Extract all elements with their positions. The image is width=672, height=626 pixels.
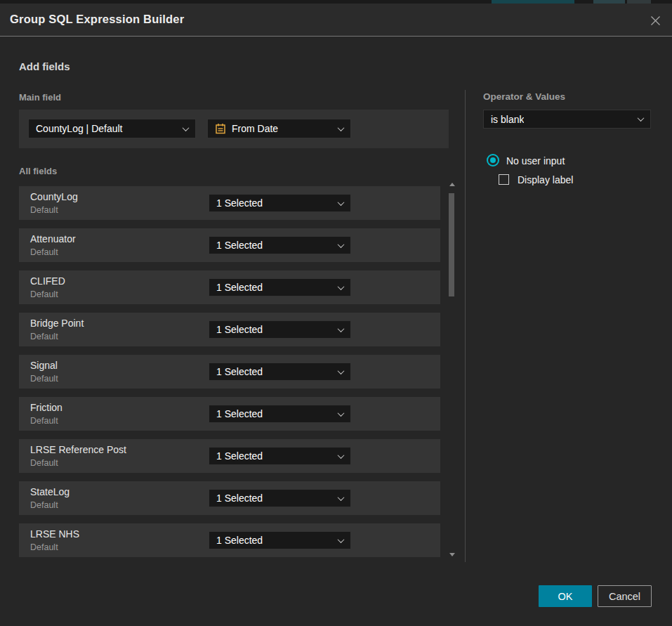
calendar-icon xyxy=(215,123,226,134)
scrollbar-up-arrow-icon[interactable] xyxy=(449,183,455,186)
field-name: Friction xyxy=(30,402,62,413)
field-row: Friction Default 1 Selected xyxy=(19,397,440,431)
row-selection-value: 1 Selected xyxy=(216,324,263,335)
cancel-button[interactable]: Cancel xyxy=(598,585,652,607)
ok-button[interactable]: OK xyxy=(539,585,592,607)
chevron-down-icon xyxy=(638,115,645,122)
row-selection-select[interactable]: 1 Selected xyxy=(209,447,351,465)
field-name: StateLog xyxy=(30,486,70,497)
row-selection-select[interactable]: 1 Selected xyxy=(209,236,351,254)
field-row: Signal Default 1 Selected xyxy=(19,355,440,389)
radio-selected-dot xyxy=(490,157,496,163)
row-selection-select[interactable]: 1 Selected xyxy=(209,194,351,212)
row-selection-value: 1 Selected xyxy=(216,493,263,504)
chevron-down-icon xyxy=(338,199,345,206)
scrollbar-thumb[interactable] xyxy=(449,193,454,296)
row-selection-value: 1 Selected xyxy=(216,450,263,462)
field-sublabel: Default xyxy=(30,500,58,510)
field-sublabel: Default xyxy=(30,289,58,299)
field-sublabel: Default xyxy=(30,458,58,468)
main-field-panel: CountyLog | Default From Date xyxy=(19,110,449,148)
no-user-input-radio[interactable] xyxy=(487,154,499,167)
field-name: Signal xyxy=(30,360,58,371)
dialog-title: Group SQL Expression Builder xyxy=(10,13,184,26)
chevron-down-icon xyxy=(338,536,345,543)
field-sublabel: Default xyxy=(30,205,58,215)
field-row: LRSE Reference Post Default 1 Selected xyxy=(19,439,440,473)
main-field-label: Main field xyxy=(19,92,61,103)
close-icon xyxy=(650,15,661,27)
chevron-down-icon xyxy=(338,452,345,459)
chevron-down-icon xyxy=(183,124,190,131)
chevron-down-icon xyxy=(338,494,345,501)
field-row: StateLog Default 1 Selected xyxy=(19,481,440,515)
all-fields-list: CountyLog Default 1 Selected Attenuator … xyxy=(19,181,455,558)
main-layer-select[interactable]: CountyLog | Default xyxy=(28,119,196,138)
screen: Group SQL Expression Builder Add fields … xyxy=(0,0,672,626)
field-row: Bridge Point Default 1 Selected xyxy=(19,313,440,346)
chevron-down-icon xyxy=(338,283,345,290)
field-name: CLIFED xyxy=(30,275,65,287)
chevron-down-icon xyxy=(338,367,345,374)
field-name: LRSE NHS xyxy=(30,528,79,540)
field-row: LRSE NHS Default 1 Selected xyxy=(19,523,440,557)
chevron-down-icon xyxy=(338,325,345,332)
dialog-header: Group SQL Expression Builder xyxy=(0,4,672,37)
operator-values-label: Operator & Values xyxy=(483,91,565,102)
row-selection-value: 1 Selected xyxy=(216,535,263,546)
field-sublabel: Default xyxy=(30,247,58,257)
row-selection-select[interactable]: 1 Selected xyxy=(209,531,351,549)
row-selection-value: 1 Selected xyxy=(216,366,263,377)
field-name: CountyLog xyxy=(30,191,78,202)
field-sublabel: Default xyxy=(30,374,58,384)
row-selection-select[interactable]: 1 Selected xyxy=(209,320,351,339)
main-field-select[interactable]: From Date xyxy=(207,119,351,138)
field-row: CLIFED Default 1 Selected xyxy=(19,270,440,304)
field-name: Bridge Point xyxy=(30,318,84,329)
chevron-down-icon xyxy=(338,241,345,248)
field-sublabel: Default xyxy=(30,416,58,426)
scrollbar-down-arrow-icon[interactable] xyxy=(449,553,455,556)
row-selection-select[interactable]: 1 Selected xyxy=(209,278,351,296)
main-layer-select-value: CountyLog | Default xyxy=(36,123,123,134)
field-sublabel: Default xyxy=(30,542,58,552)
close-button[interactable] xyxy=(648,13,662,27)
operator-select-value: is blank xyxy=(491,114,524,125)
chevron-down-icon xyxy=(338,124,345,131)
field-row: Attenuator Default 1 Selected xyxy=(19,228,440,262)
add-fields-heading: Add fields xyxy=(19,60,70,72)
display-label-label: Display label xyxy=(518,174,573,185)
row-selection-select[interactable]: 1 Selected xyxy=(209,363,351,381)
display-label-checkbox[interactable] xyxy=(499,174,509,185)
panel-divider xyxy=(465,90,466,562)
main-field-select-value: From Date xyxy=(232,123,278,134)
row-selection-value: 1 Selected xyxy=(216,408,263,419)
field-sublabel: Default xyxy=(30,332,58,341)
no-user-input-label: No user input xyxy=(506,155,565,167)
row-selection-value: 1 Selected xyxy=(216,197,263,209)
all-fields-label: All fields xyxy=(19,166,57,176)
field-name: LRSE Reference Post xyxy=(30,444,126,455)
row-selection-select[interactable]: 1 Selected xyxy=(209,489,351,507)
operator-select[interactable]: is blank xyxy=(483,110,651,129)
row-selection-select[interactable]: 1 Selected xyxy=(209,405,351,423)
row-selection-value: 1 Selected xyxy=(216,240,263,251)
field-row: CountyLog Default 1 Selected xyxy=(19,186,440,220)
field-name: Attenuator xyxy=(30,233,76,244)
field-rows-container: CountyLog Default 1 Selected Attenuator … xyxy=(19,186,440,558)
chevron-down-icon xyxy=(338,410,345,417)
row-selection-value: 1 Selected xyxy=(216,282,263,293)
